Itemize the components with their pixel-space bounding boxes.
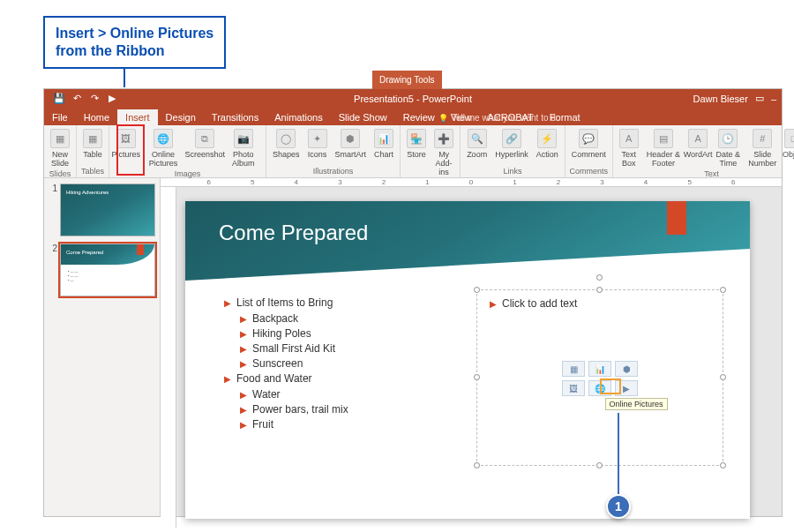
ribbon-btn-header-footer[interactable]: ▤Header & Footer — [644, 127, 683, 169]
resize-handle[interactable] — [596, 287, 603, 293]
thumb-title-2: Come Prepared — [66, 250, 103, 255]
minimize-icon[interactable]: – — [771, 94, 776, 104]
bullet-text: Fruit — [252, 418, 273, 431]
ribbon-btn-action[interactable]: ⚡Action — [534, 127, 561, 161]
ribbon-btn-label: Text Box — [619, 150, 639, 168]
step-connector-1 — [618, 413, 619, 496]
insert-smartart-icon[interactable]: ⬢ — [615, 361, 638, 377]
rotate-handle[interactable] — [596, 274, 603, 281]
resize-handle[interactable] — [474, 374, 480, 380]
resize-handle[interactable] — [720, 462, 726, 468]
thumbnail-slide-1[interactable]: Hiking Adventures — [60, 184, 155, 236]
ruler-mark: 0 — [469, 178, 473, 186]
tab-slideshow[interactable]: Slide Show — [331, 109, 395, 125]
content-placeholder-left[interactable]: ▶List of Items to Bring▶Backpack▶Hiking … — [224, 296, 445, 433]
insert-online-pictures-icon[interactable]: 🌐 — [588, 380, 611, 396]
bullet-item[interactable]: ▶Water — [224, 388, 445, 401]
ribbon-btn-slide-number[interactable]: #Slide Number — [746, 127, 779, 169]
thumbnail-slide-2[interactable]: Come Prepared • — —• — —• — — [60, 244, 155, 296]
slide-thumbnail-pane[interactable]: 1 Hiking Adventures 2 Come Prepared • — … — [44, 178, 161, 516]
ribbon-btn-label: Action — [536, 150, 558, 159]
bullet-item[interactable]: ▶Power bars, trail mix — [224, 403, 445, 416]
thumbnail-row-2[interactable]: 2 Come Prepared • — —• — —• — — [48, 244, 156, 296]
ruler-mark: 3 — [600, 178, 603, 186]
ribbon-btn-smartart[interactable]: ⬢SmartArt — [333, 127, 370, 161]
ribbon-group-tables: ▦TableTables — [77, 125, 109, 177]
tab-design[interactable]: Design — [158, 109, 204, 125]
ribbon-options-icon[interactable]: ▭ — [755, 93, 764, 104]
ruler-vertical — [161, 187, 176, 528]
ribbon-btn-table[interactable]: ▦Table — [80, 127, 105, 161]
tell-me-search[interactable]: Tell me what you want to do — [435, 110, 564, 125]
resize-handle[interactable] — [720, 287, 726, 293]
insert-table-icon[interactable]: ▦ — [562, 361, 585, 377]
start-show-icon[interactable]: ▶ — [106, 93, 118, 105]
pictures-icon: 🖼 — [116, 129, 136, 148]
resize-handle[interactable] — [474, 287, 480, 293]
ribbon-btn-online-pictures[interactable]: 🌐Online Pictures — [141, 127, 185, 169]
ribbon-btn-photo-album[interactable]: 📷Photo Album — [225, 127, 263, 169]
slide[interactable]: Come Prepared ▶List of Items to Bring▶Ba… — [185, 201, 750, 519]
bullet-item[interactable]: ▶Hiking Poles — [224, 327, 445, 340]
ribbon-group-slides: ▦New SlideSlides — [44, 125, 77, 177]
tab-file[interactable]: File — [44, 109, 76, 125]
ribbon-btn-icons[interactable]: ✦Icons — [305, 127, 330, 161]
insert-chart-icon[interactable]: 📊 — [588, 361, 611, 377]
bullet-text: Backpack — [252, 312, 298, 325]
ribbon-btn-hyperlink[interactable]: 🔗Hyperlink — [492, 127, 531, 161]
photo-album-icon: 📷 — [234, 129, 253, 148]
bullet-item[interactable]: ▶Small First Aid Kit — [224, 342, 445, 355]
tab-transitions[interactable]: Transitions — [204, 109, 266, 125]
ribbon-btn-pictures[interactable]: 🖼Pictures — [113, 127, 139, 169]
tab-insert[interactable]: Insert — [117, 109, 158, 125]
user-name[interactable]: Dawn Bieser — [693, 94, 748, 104]
save-icon[interactable]: 💾 — [53, 93, 65, 105]
bullet-icon: ▶ — [240, 420, 247, 430]
callout-line2: from the Ribbon — [56, 42, 213, 60]
ribbon-btn-wordart[interactable]: AWordArt — [685, 127, 710, 169]
ribbon-btn-label: Shapes — [273, 150, 300, 159]
placeholder-prompt[interactable]: ▶Click to add text — [490, 297, 577, 310]
slide-canvas-area[interactable]: Come Prepared ▶List of Items to Bring▶Ba… — [176, 187, 782, 528]
icons-icon: ✦ — [308, 129, 327, 148]
ribbon-btn-chart[interactable]: 📊Chart — [371, 127, 396, 161]
thumbnail-row-1[interactable]: 1 Hiking Adventures — [48, 184, 156, 236]
content-placeholder-right[interactable]: ▶Click to add text ▦ 📊 ⬢ 🖼 🌐 ▶ Online Pi… — [476, 289, 723, 466]
tab-animations[interactable]: Animations — [266, 109, 330, 125]
ribbon-btn-my-add-ins[interactable]: ➕My Add-ins — [431, 127, 456, 178]
ribbon-group-label: Links — [464, 167, 561, 176]
ribbon-btn-text-box[interactable]: AText Box — [617, 127, 641, 169]
bullet-icon: ▶ — [240, 359, 247, 369]
bullet-item[interactable]: ▶Sunscreen — [224, 357, 445, 370]
ribbon-btn-object[interactable]: □Object — [782, 127, 794, 169]
ribbon-btn-new-slide[interactable]: ▦New Slide — [48, 127, 72, 169]
bullet-item[interactable]: ▶List of Items to Bring — [224, 296, 445, 309]
ribbon-btn-date-time[interactable]: 🕒Date & Time — [713, 127, 744, 169]
step-marker-1: 1 — [606, 494, 631, 519]
ruler-mark: 2 — [557, 178, 560, 186]
resize-handle[interactable] — [720, 374, 726, 380]
ribbon-btn-screenshot[interactable]: ⧉Screenshot — [188, 127, 222, 169]
insert-pictures-icon[interactable]: 🖼 — [562, 380, 585, 396]
bullet-icon: ▶ — [240, 329, 247, 339]
ribbon-btn-zoom[interactable]: 🔍Zoom — [464, 127, 490, 161]
placeholder-content-icons: ▦ 📊 ⬢ 🖼 🌐 ▶ — [562, 361, 638, 396]
ruler-mark: 6 — [207, 178, 211, 186]
redo-icon[interactable]: ↷ — [88, 93, 101, 105]
undo-icon[interactable]: ↶ — [71, 93, 83, 105]
bullet-item[interactable]: ▶Fruit — [224, 418, 445, 431]
resize-handle[interactable] — [596, 462, 603, 468]
my-add-ins-icon: ➕ — [434, 129, 453, 148]
bullet-text: Food and Water — [236, 372, 312, 385]
ribbon-btn-shapes[interactable]: ◯Shapes — [270, 127, 303, 161]
slide-title[interactable]: Come Prepared — [219, 221, 368, 245]
bullet-item[interactable]: ▶Food and Water — [224, 372, 445, 385]
insert-video-icon[interactable]: ▶ — [615, 380, 638, 396]
bullet-item[interactable]: ▶Backpack — [224, 312, 445, 325]
ruler-mark: 5 — [687, 178, 691, 186]
resize-handle[interactable] — [474, 462, 480, 468]
tab-home[interactable]: Home — [76, 109, 117, 125]
ribbon-btn-store[interactable]: 🏪Store — [404, 127, 429, 178]
ribbon-btn-comment[interactable]: 💬Comment — [569, 127, 609, 161]
callout-box: Insert > Online Pictures from the Ribbon — [43, 16, 226, 69]
